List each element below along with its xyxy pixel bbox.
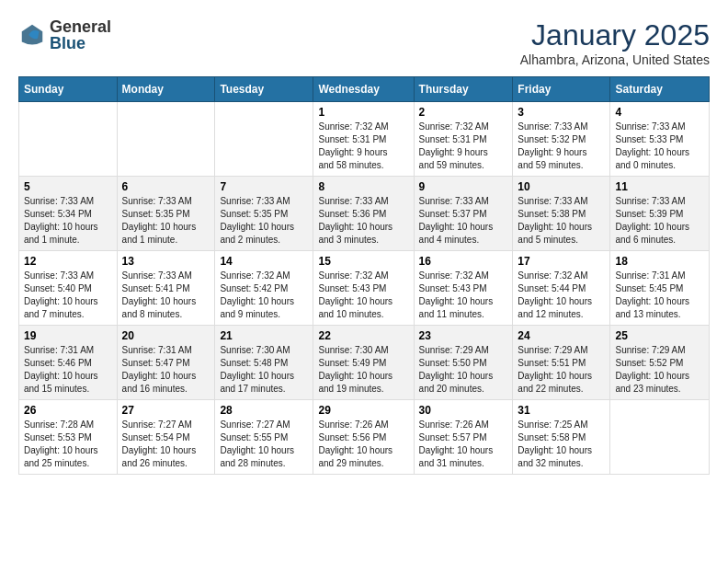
- day-info: Sunrise: 7:32 AM Sunset: 5:43 PM Dayligh…: [318, 270, 408, 321]
- day-info: Sunrise: 7:26 AM Sunset: 5:57 PM Dayligh…: [419, 419, 508, 470]
- title-area: January 2025 Alhambra, Arizona, United S…: [520, 18, 710, 67]
- calendar-cell: 15Sunrise: 7:32 AM Sunset: 5:43 PM Dayli…: [313, 251, 414, 326]
- day-info: Sunrise: 7:33 AM Sunset: 5:37 PM Dayligh…: [419, 195, 508, 247]
- day-info: Sunrise: 7:33 AM Sunset: 5:41 PM Dayligh…: [122, 270, 210, 321]
- calendar-cell: 11Sunrise: 7:33 AM Sunset: 5:39 PM Dayli…: [610, 177, 710, 251]
- day-info: Sunrise: 7:29 AM Sunset: 5:52 PM Dayligh…: [615, 344, 704, 396]
- calendar-week-row: 19Sunrise: 7:31 AM Sunset: 5:46 PM Dayli…: [19, 326, 710, 400]
- day-info: Sunrise: 7:33 AM Sunset: 5:39 PM Dayligh…: [615, 195, 704, 247]
- day-number: 23: [419, 329, 508, 342]
- day-info: Sunrise: 7:33 AM Sunset: 5:40 PM Dayligh…: [24, 270, 112, 321]
- day-number: 29: [318, 404, 408, 417]
- day-number: 18: [615, 255, 704, 268]
- day-info: Sunrise: 7:33 AM Sunset: 5:35 PM Dayligh…: [122, 195, 210, 247]
- calendar-cell: 26Sunrise: 7:28 AM Sunset: 5:53 PM Dayli…: [19, 400, 118, 475]
- calendar-cell: 22Sunrise: 7:30 AM Sunset: 5:49 PM Dayli…: [313, 326, 414, 400]
- calendar-cell: 10Sunrise: 7:33 AM Sunset: 5:38 PM Dayli…: [513, 177, 610, 251]
- day-number: 1: [318, 106, 408, 119]
- day-number: 7: [220, 180, 308, 193]
- day-info: Sunrise: 7:33 AM Sunset: 5:35 PM Dayligh…: [220, 195, 308, 247]
- day-info: Sunrise: 7:31 AM Sunset: 5:47 PM Dayligh…: [122, 344, 210, 396]
- day-number: 12: [24, 255, 112, 268]
- header-row: SundayMondayTuesdayWednesdayThursdayFrid…: [19, 77, 710, 102]
- header-day: Monday: [117, 77, 215, 102]
- day-number: 9: [419, 180, 508, 193]
- calendar-cell: 1Sunrise: 7:32 AM Sunset: 5:31 PM Daylig…: [313, 102, 414, 177]
- day-number: 17: [518, 255, 605, 268]
- calendar-cell: [117, 102, 215, 177]
- calendar-week-row: 26Sunrise: 7:28 AM Sunset: 5:53 PM Dayli…: [19, 400, 710, 475]
- calendar-cell: 13Sunrise: 7:33 AM Sunset: 5:41 PM Dayli…: [117, 251, 215, 326]
- header-day: Thursday: [414, 77, 513, 102]
- calendar-cell: 14Sunrise: 7:32 AM Sunset: 5:42 PM Dayli…: [215, 251, 313, 326]
- day-number: 25: [615, 329, 704, 342]
- day-info: Sunrise: 7:27 AM Sunset: 5:54 PM Dayligh…: [122, 419, 210, 470]
- logo-icon: [18, 21, 46, 49]
- calendar-cell: [215, 102, 313, 177]
- calendar-cell: 27Sunrise: 7:27 AM Sunset: 5:54 PM Dayli…: [117, 400, 215, 475]
- day-info: Sunrise: 7:28 AM Sunset: 5:53 PM Dayligh…: [24, 419, 112, 470]
- day-info: Sunrise: 7:27 AM Sunset: 5:55 PM Dayligh…: [220, 419, 308, 470]
- calendar-body: 1Sunrise: 7:32 AM Sunset: 5:31 PM Daylig…: [19, 102, 710, 475]
- day-info: Sunrise: 7:29 AM Sunset: 5:51 PM Dayligh…: [518, 344, 605, 396]
- calendar-table: SundayMondayTuesdayWednesdayThursdayFrid…: [18, 76, 710, 475]
- calendar-week-row: 5Sunrise: 7:33 AM Sunset: 5:34 PM Daylig…: [19, 177, 710, 251]
- calendar-cell: 30Sunrise: 7:26 AM Sunset: 5:57 PM Dayli…: [414, 400, 513, 475]
- day-info: Sunrise: 7:33 AM Sunset: 5:32 PM Dayligh…: [518, 121, 605, 172]
- day-number: 16: [419, 255, 508, 268]
- calendar-cell: 4Sunrise: 7:33 AM Sunset: 5:33 PM Daylig…: [610, 102, 710, 177]
- calendar-cell: 3Sunrise: 7:33 AM Sunset: 5:32 PM Daylig…: [513, 102, 610, 177]
- day-number: 3: [518, 106, 605, 119]
- calendar-cell: [610, 400, 710, 475]
- page-header: General Blue January 2025 Alhambra, Ariz…: [18, 18, 710, 67]
- logo-text: General Blue: [50, 18, 111, 52]
- header-day: Friday: [513, 77, 610, 102]
- day-number: 10: [518, 180, 605, 193]
- day-info: Sunrise: 7:33 AM Sunset: 5:33 PM Dayligh…: [615, 121, 704, 172]
- logo: General Blue: [18, 18, 111, 52]
- location: Alhambra, Arizona, United States: [520, 52, 710, 67]
- day-number: 15: [318, 255, 408, 268]
- day-info: Sunrise: 7:33 AM Sunset: 5:36 PM Dayligh…: [318, 195, 408, 247]
- calendar-cell: 19Sunrise: 7:31 AM Sunset: 5:46 PM Dayli…: [19, 326, 118, 400]
- day-info: Sunrise: 7:29 AM Sunset: 5:50 PM Dayligh…: [419, 344, 508, 396]
- day-number: 19: [24, 329, 112, 342]
- month-title: January 2025: [520, 18, 710, 52]
- calendar-cell: 7Sunrise: 7:33 AM Sunset: 5:35 PM Daylig…: [215, 177, 313, 251]
- day-info: Sunrise: 7:30 AM Sunset: 5:49 PM Dayligh…: [318, 344, 408, 396]
- calendar-cell: 25Sunrise: 7:29 AM Sunset: 5:52 PM Dayli…: [610, 326, 710, 400]
- header-day: Wednesday: [313, 77, 414, 102]
- day-number: 28: [220, 404, 308, 417]
- day-info: Sunrise: 7:32 AM Sunset: 5:44 PM Dayligh…: [518, 270, 605, 321]
- day-number: 30: [419, 404, 508, 417]
- day-number: 26: [24, 404, 112, 417]
- day-number: 5: [24, 180, 112, 193]
- calendar-cell: 17Sunrise: 7:32 AM Sunset: 5:44 PM Dayli…: [513, 251, 610, 326]
- day-info: Sunrise: 7:32 AM Sunset: 5:43 PM Dayligh…: [419, 270, 508, 321]
- calendar-cell: [19, 102, 118, 177]
- calendar-cell: 9Sunrise: 7:33 AM Sunset: 5:37 PM Daylig…: [414, 177, 513, 251]
- day-info: Sunrise: 7:33 AM Sunset: 5:34 PM Dayligh…: [24, 195, 112, 247]
- day-info: Sunrise: 7:32 AM Sunset: 5:31 PM Dayligh…: [419, 121, 508, 172]
- day-number: 4: [615, 106, 704, 119]
- day-info: Sunrise: 7:25 AM Sunset: 5:58 PM Dayligh…: [518, 419, 605, 470]
- day-info: Sunrise: 7:33 AM Sunset: 5:38 PM Dayligh…: [518, 195, 605, 247]
- calendar-cell: 24Sunrise: 7:29 AM Sunset: 5:51 PM Dayli…: [513, 326, 610, 400]
- day-number: 24: [518, 329, 605, 342]
- calendar-cell: 2Sunrise: 7:32 AM Sunset: 5:31 PM Daylig…: [414, 102, 513, 177]
- calendar-week-row: 12Sunrise: 7:33 AM Sunset: 5:40 PM Dayli…: [19, 251, 710, 326]
- day-number: 21: [220, 329, 308, 342]
- day-number: 14: [220, 255, 308, 268]
- day-info: Sunrise: 7:32 AM Sunset: 5:42 PM Dayligh…: [220, 270, 308, 321]
- calendar-cell: 20Sunrise: 7:31 AM Sunset: 5:47 PM Dayli…: [117, 326, 215, 400]
- calendar-header: SundayMondayTuesdayWednesdayThursdayFrid…: [19, 77, 710, 102]
- calendar-cell: 8Sunrise: 7:33 AM Sunset: 5:36 PM Daylig…: [313, 177, 414, 251]
- day-info: Sunrise: 7:31 AM Sunset: 5:46 PM Dayligh…: [24, 344, 112, 396]
- day-info: Sunrise: 7:32 AM Sunset: 5:31 PM Dayligh…: [318, 121, 408, 172]
- header-day: Sunday: [19, 77, 118, 102]
- day-number: 13: [122, 255, 210, 268]
- calendar-cell: 6Sunrise: 7:33 AM Sunset: 5:35 PM Daylig…: [117, 177, 215, 251]
- logo-general: General: [50, 18, 111, 35]
- calendar-cell: 28Sunrise: 7:27 AM Sunset: 5:55 PM Dayli…: [215, 400, 313, 475]
- calendar-cell: 23Sunrise: 7:29 AM Sunset: 5:50 PM Dayli…: [414, 326, 513, 400]
